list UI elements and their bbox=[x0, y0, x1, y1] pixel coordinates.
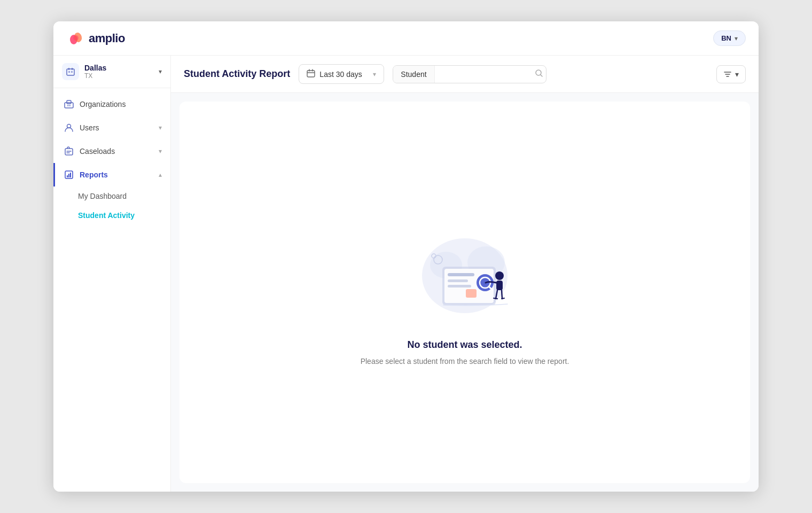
svg-rect-12 bbox=[69, 105, 71, 106]
empty-illustration bbox=[406, 220, 524, 327]
sidebar-item-student-activity[interactable]: Student Activity bbox=[78, 206, 170, 225]
filter-button[interactable]: ▾ bbox=[716, 65, 746, 83]
sidebar: Dallas TX ▾ bbox=[53, 56, 171, 492]
svg-point-34 bbox=[495, 271, 504, 280]
reports-icon bbox=[64, 169, 74, 180]
location-icon bbox=[62, 63, 79, 80]
caseloads-icon bbox=[64, 146, 74, 157]
user-initials: BN bbox=[721, 34, 731, 42]
search-input-area bbox=[435, 69, 547, 80]
reports-chevron: ▴ bbox=[159, 171, 162, 178]
student-search-input[interactable] bbox=[441, 70, 535, 79]
svg-rect-31 bbox=[466, 289, 477, 298]
svg-rect-5 bbox=[68, 68, 69, 70]
svg-rect-35 bbox=[496, 281, 503, 290]
filter-chevron: ▾ bbox=[735, 70, 739, 79]
date-filter-dropdown[interactable]: Last 30 days ▾ bbox=[299, 64, 384, 84]
svg-rect-30 bbox=[448, 285, 471, 287]
topbar: amplio BN ▾ bbox=[53, 21, 759, 56]
date-filter-chevron: ▾ bbox=[373, 71, 376, 78]
organizations-label: Organizations bbox=[80, 100, 126, 108]
svg-rect-28 bbox=[448, 273, 474, 276]
student-search-wrapper: Student bbox=[393, 65, 546, 83]
location-name: Dallas bbox=[84, 64, 106, 73]
users-chevron: ▾ bbox=[159, 124, 162, 131]
caseloads-chevron: ▾ bbox=[159, 147, 162, 155]
reports-sub-nav: My Dashboard Student Activity bbox=[53, 186, 170, 225]
sidebar-item-my-dashboard[interactable]: My Dashboard bbox=[78, 186, 170, 206]
location-chevron: ▾ bbox=[159, 68, 162, 75]
svg-rect-17 bbox=[68, 174, 69, 177]
user-menu-chevron: ▾ bbox=[735, 35, 738, 42]
logo-area: amplio bbox=[66, 29, 125, 48]
svg-rect-10 bbox=[67, 100, 71, 104]
page-title: Student Activity Report bbox=[184, 68, 290, 80]
user-badge[interactable]: BN ▾ bbox=[713, 30, 746, 46]
svg-rect-29 bbox=[448, 279, 468, 282]
sidebar-nav: Organizations Users ▾ bbox=[53, 88, 170, 229]
main-layout: Dallas TX ▾ bbox=[53, 56, 759, 492]
svg-point-3 bbox=[73, 35, 79, 41]
logo-icon bbox=[66, 29, 85, 48]
svg-rect-6 bbox=[72, 68, 73, 70]
date-filter-label: Last 30 days bbox=[319, 70, 362, 79]
empty-state: No student was selected. Please select a… bbox=[179, 102, 750, 483]
svg-rect-8 bbox=[71, 71, 73, 73]
location-info: Dallas TX bbox=[84, 64, 106, 80]
svg-rect-7 bbox=[68, 71, 70, 73]
content-header: Student Activity Report Last 30 days ▾ bbox=[171, 56, 759, 93]
svg-rect-18 bbox=[70, 173, 71, 177]
search-icon bbox=[535, 69, 543, 80]
location-selector[interactable]: Dallas TX ▾ bbox=[53, 56, 170, 88]
content-area: Student Activity Report Last 30 days ▾ bbox=[171, 56, 759, 492]
empty-state-subtitle: Please select a student from the search … bbox=[361, 357, 569, 366]
location-left: Dallas TX bbox=[62, 63, 106, 80]
sidebar-item-organizations[interactable]: Organizations bbox=[53, 92, 170, 116]
reports-label: Reports bbox=[80, 170, 108, 179]
location-state: TX bbox=[84, 72, 106, 80]
calendar-icon bbox=[307, 69, 315, 79]
sidebar-item-reports[interactable]: Reports ▴ bbox=[53, 163, 170, 186]
sidebar-item-caseloads[interactable]: Caseloads ▾ bbox=[53, 139, 170, 163]
organizations-icon bbox=[64, 99, 74, 110]
student-label: Student bbox=[393, 66, 434, 83]
empty-state-title: No student was selected. bbox=[407, 339, 522, 351]
users-icon bbox=[64, 122, 74, 133]
svg-rect-11 bbox=[67, 105, 69, 106]
svg-rect-19 bbox=[307, 71, 315, 77]
svg-rect-4 bbox=[67, 69, 74, 75]
users-label: Users bbox=[80, 123, 99, 132]
logo-text: amplio bbox=[89, 32, 125, 45]
svg-rect-16 bbox=[67, 175, 68, 177]
app-window: amplio BN ▾ bbox=[53, 21, 759, 492]
sidebar-item-users[interactable]: Users ▾ bbox=[53, 116, 170, 139]
svg-rect-14 bbox=[65, 149, 73, 155]
caseloads-label: Caseloads bbox=[80, 147, 115, 156]
